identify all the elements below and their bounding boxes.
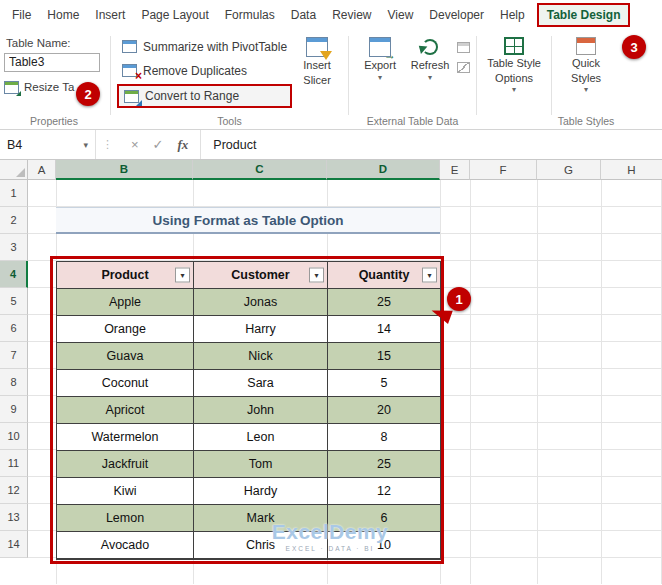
row-header-1[interactable]: 1 <box>0 180 28 207</box>
cell-b14[interactable]: Avocado <box>57 532 194 559</box>
cell-b12[interactable]: Kiwi <box>57 478 194 505</box>
quick-styles-button[interactable]: Quick Styles ▾ <box>558 34 614 94</box>
row-header-7[interactable]: 7 <box>0 342 28 369</box>
row-header-13[interactable]: 13 <box>0 504 28 531</box>
table-row: Apricot John 20 <box>57 397 441 424</box>
tab-view[interactable]: View <box>380 3 422 27</box>
tab-review[interactable]: Review <box>324 3 379 27</box>
cell-d8[interactable]: 5 <box>328 370 441 397</box>
tab-page-layout[interactable]: Page Layout <box>133 3 216 27</box>
filter-dropdown-quantity[interactable]: ▾ <box>422 268 437 283</box>
table-name-input[interactable] <box>4 53 100 72</box>
cell-c11[interactable]: Tom <box>194 451 328 478</box>
convert-to-range-button[interactable]: Convert to Range <box>117 84 292 108</box>
cell-b10[interactable]: Watermelon <box>57 424 194 451</box>
cell-d6[interactable]: 14 <box>328 316 441 343</box>
row-header-6[interactable]: 6 <box>0 315 28 342</box>
row-header-9[interactable]: 9 <box>0 396 28 423</box>
cell-c13[interactable]: Mark <box>194 505 328 532</box>
cell-b7[interactable]: Guava <box>57 343 194 370</box>
tab-table-design[interactable]: Table Design <box>537 3 631 27</box>
cell-b8[interactable]: Coconut <box>57 370 194 397</box>
cell-b13[interactable]: Lemon <box>57 505 194 532</box>
row-header-14[interactable]: 14 <box>0 531 28 558</box>
column-header-d[interactable]: D <box>327 160 440 180</box>
row-header-2[interactable]: 2 <box>0 207 28 234</box>
cell-c8[interactable]: Sara <box>194 370 328 397</box>
column-header-c[interactable]: C <box>193 160 327 180</box>
formula-bar: B4 ▾ ⋮ × ✓ fx Product <box>0 130 662 160</box>
resize-table-label: Resize Ta <box>24 81 74 93</box>
table-header-product[interactable]: Product ▾ <box>57 262 194 289</box>
row-header-10[interactable]: 10 <box>0 423 28 450</box>
chevron-down-icon: ▾ <box>428 74 432 82</box>
row-header-4[interactable]: 4 <box>0 261 28 288</box>
column-header-e[interactable]: E <box>440 160 470 180</box>
cell-b5[interactable]: Apple <box>57 289 194 316</box>
cell-c14[interactable]: Chris <box>194 532 328 559</box>
row-header-11[interactable]: 11 <box>0 450 28 477</box>
cell-c9[interactable]: John <box>194 397 328 424</box>
worksheet: A B C D E F G H 1 2 3 4 5 6 7 8 9 10 11 … <box>0 160 662 584</box>
cell-b11[interactable]: Jackfruit <box>57 451 194 478</box>
table-row: Kiwi Hardy 12 <box>57 478 441 505</box>
cell-d5[interactable]: 25 <box>328 289 441 316</box>
row-header-5[interactable]: 5 <box>0 288 28 315</box>
sheet-title-cell[interactable]: Using Format as Table Option <box>56 207 440 234</box>
summarize-with-pivottable-button[interactable]: Summarize with PivotTable <box>117 36 292 57</box>
cell-c7[interactable]: Nick <box>194 343 328 370</box>
tab-help[interactable]: Help <box>492 3 533 27</box>
excel-table: Product ▾ Customer ▾ Quantity ▾ Apple Jo… <box>56 261 442 560</box>
column-header-g[interactable]: G <box>537 160 601 180</box>
cell-d7[interactable]: 15 <box>328 343 441 370</box>
formula-bar-handle[interactable]: ⋮ <box>96 130 119 159</box>
insert-slicer-button[interactable]: Insert Slicer <box>292 34 342 108</box>
name-box[interactable]: B4 ▾ <box>0 130 96 159</box>
table-header-quantity[interactable]: Quantity ▾ <box>328 262 441 289</box>
cell-d12[interactable]: 12 <box>328 478 441 505</box>
row-header-8[interactable]: 8 <box>0 369 28 396</box>
tab-developer[interactable]: Developer <box>421 3 492 27</box>
cell-b6[interactable]: Orange <box>57 316 194 343</box>
export-button[interactable]: Export ▾ <box>355 34 405 82</box>
cell-d13[interactable]: 6 <box>328 505 441 532</box>
cell-d11[interactable]: 25 <box>328 451 441 478</box>
cell-c12[interactable]: Hardy <box>194 478 328 505</box>
table-style-options-label-1: Table Style <box>487 57 541 70</box>
cell-d14[interactable]: 10 <box>328 532 441 559</box>
insert-slicer-label-1: Insert <box>303 59 331 72</box>
row-header-3[interactable]: 3 <box>0 234 28 261</box>
tab-home[interactable]: Home <box>39 3 87 27</box>
filter-dropdown-product[interactable]: ▾ <box>175 268 190 283</box>
table-style-options-button[interactable]: Table Style Options ▾ <box>483 34 545 94</box>
filter-dropdown-customer[interactable]: ▾ <box>309 268 324 283</box>
table-properties-icon[interactable] <box>457 42 470 53</box>
refresh-button[interactable]: Refresh ▾ <box>405 34 455 82</box>
cell-c6[interactable]: Harry <box>194 316 328 343</box>
unlink-icon[interactable] <box>457 62 470 73</box>
tab-insert[interactable]: Insert <box>87 3 133 27</box>
chevron-down-icon: ▾ <box>378 74 382 82</box>
column-headers: A B C D E F G H <box>0 160 662 180</box>
cell-c10[interactable]: Leon <box>194 424 328 451</box>
formula-input[interactable]: Product <box>201 130 662 159</box>
enter-icon[interactable]: ✓ <box>153 137 164 152</box>
insert-function-icon[interactable]: fx <box>178 137 189 153</box>
remove-duplicates-button[interactable]: Remove Duplicates <box>117 60 292 81</box>
cell-b9[interactable]: Apricot <box>57 397 194 424</box>
cell-d9[interactable]: 20 <box>328 397 441 424</box>
name-box-dropdown-icon[interactable]: ▾ <box>83 140 88 150</box>
tab-formulas[interactable]: Formulas <box>217 3 283 27</box>
cell-d10[interactable]: 8 <box>328 424 441 451</box>
column-header-b[interactable]: B <box>56 160 193 180</box>
tab-data[interactable]: Data <box>283 3 324 27</box>
column-header-a[interactable]: A <box>28 160 56 180</box>
table-header-customer[interactable]: Customer ▾ <box>194 262 328 289</box>
tab-file[interactable]: File <box>4 3 39 27</box>
cancel-icon[interactable]: × <box>131 137 139 152</box>
select-all-button[interactable] <box>0 160 28 180</box>
column-header-h[interactable]: H <box>601 160 662 180</box>
column-header-f[interactable]: F <box>470 160 537 180</box>
row-header-12[interactable]: 12 <box>0 477 28 504</box>
cell-c5[interactable]: Jonas <box>194 289 328 316</box>
